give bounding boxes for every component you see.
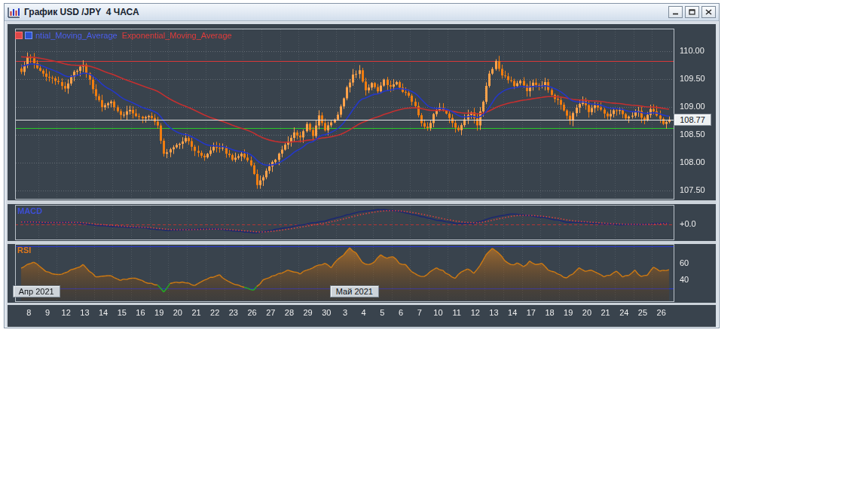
time-axis-label: 12 xyxy=(471,308,480,317)
legend-swatch-red[interactable] xyxy=(15,32,23,39)
rsi-panel-label: RSI xyxy=(17,246,31,255)
time-axis-label: 25 xyxy=(638,308,647,317)
price-axis-label: 107.50 xyxy=(680,185,705,194)
window-title: График USD /JPY 4 ЧАСА xyxy=(24,7,668,17)
time-axis-label: 13 xyxy=(80,308,89,317)
time-axis-label: 15 xyxy=(118,308,127,317)
time-axis-label: 13 xyxy=(489,308,498,317)
time-axis-label: 18 xyxy=(545,308,554,317)
chart-app-icon xyxy=(8,7,20,18)
time-axis-label: 9 xyxy=(45,308,50,317)
close-button[interactable] xyxy=(701,6,716,18)
time-axis-label: 30 xyxy=(322,308,331,317)
time-axis-label: 21 xyxy=(191,308,200,317)
minimize-button[interactable] xyxy=(668,6,683,18)
titlebar[interactable]: График USD /JPY 4 ЧАСА xyxy=(5,4,719,21)
chart-legend: ntial_Moving_Average Exponential_Moving_… xyxy=(15,31,232,40)
time-axis-label: 8 xyxy=(26,308,31,317)
time-axis-label: 11 xyxy=(452,308,460,317)
time-axis-label: 6 xyxy=(399,308,403,317)
price-axis-label: 108.00 xyxy=(680,157,705,166)
ema-fast-legend-label: ntial_Moving_Average xyxy=(35,31,118,40)
time-axis-label: 24 xyxy=(619,308,628,317)
month-badge-may: Май 2021 xyxy=(330,285,379,297)
time-axis-label: 28 xyxy=(285,308,294,317)
time-axis-label: 19 xyxy=(154,308,164,317)
price-axis-label: 110.00 xyxy=(680,46,704,55)
time-axis-label: 7 xyxy=(417,308,422,317)
time-axis-label: 26 xyxy=(247,308,256,317)
time-axis-label: 14 xyxy=(508,308,517,317)
maximize-button[interactable] xyxy=(685,6,699,18)
time-axis-label: 20 xyxy=(173,308,182,317)
current-price-tag: 108.77 xyxy=(674,114,711,126)
time-axis-label: 29 xyxy=(304,308,313,317)
time-axis-label: 14 xyxy=(99,308,108,317)
price-chart-canvas[interactable] xyxy=(8,24,716,327)
rsi-axis-label: 40 xyxy=(680,275,689,284)
price-axis-label: 109.50 xyxy=(680,74,705,83)
chart-client-area: ntial_Moving_Average Exponential_Moving_… xyxy=(8,24,716,327)
legend-swatch-blue[interactable] xyxy=(25,32,32,39)
time-axis-label: 17 xyxy=(527,308,536,317)
month-badge-april: Апр 2021 xyxy=(13,285,60,297)
time-axis-label: 3 xyxy=(343,308,347,317)
time-axis-label: 19 xyxy=(564,308,573,317)
time-axis-label: 5 xyxy=(380,308,384,317)
time-axis-label: 21 xyxy=(601,308,610,317)
window-controls xyxy=(668,6,716,18)
time-axis-label: 26 xyxy=(657,308,666,317)
chart-window: График USD /JPY 4 ЧАСА ntial_Moving_Aver… xyxy=(4,3,720,328)
time-axis-label: 27 xyxy=(266,308,275,317)
rsi-axis-label: 60 xyxy=(680,258,689,267)
time-axis-label: 23 xyxy=(229,308,238,317)
price-axis-label: 109.00 xyxy=(680,102,705,111)
time-axis-label: 20 xyxy=(582,308,591,317)
time-axis-label: 4 xyxy=(362,308,366,317)
price-axis-label: 108.50 xyxy=(680,130,705,139)
macd-axis-label: +0.0 xyxy=(680,219,696,228)
time-axis-label: 22 xyxy=(210,308,219,317)
ema-slow-legend-label: Exponential_Moving_Average xyxy=(122,31,232,40)
time-axis-label: 10 xyxy=(433,308,442,317)
time-axis-label: 16 xyxy=(136,308,145,317)
time-axis-label: 12 xyxy=(62,308,71,317)
macd-panel-label: MACD xyxy=(17,206,42,215)
